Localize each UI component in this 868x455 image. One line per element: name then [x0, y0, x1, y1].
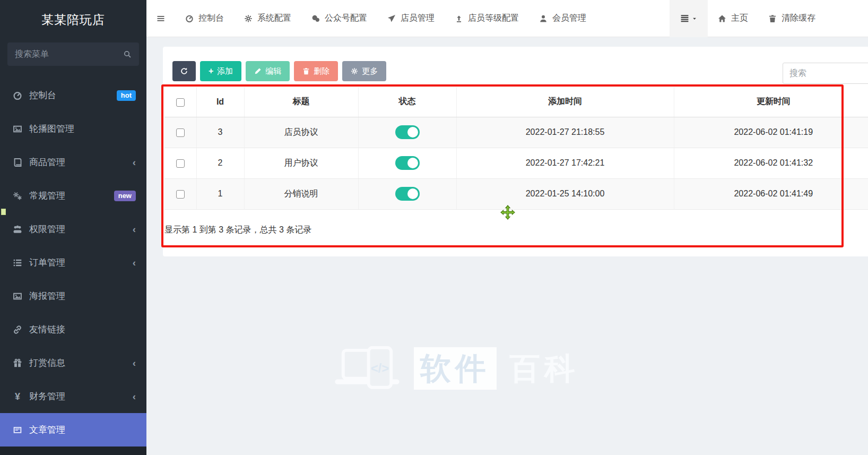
add-button[interactable]: + 添加: [200, 61, 241, 81]
id-cell: 3: [196, 117, 244, 148]
edit-button-label: 编辑: [265, 66, 281, 76]
list-dropdown-button[interactable]: [670, 0, 708, 37]
goods-icon: [12, 158, 23, 167]
orders-icon: [12, 258, 23, 268]
search-icon: [123, 50, 132, 58]
sidebar-item-orders[interactable]: 订单管理‹: [0, 246, 146, 279]
row-checkbox[interactable]: [176, 128, 185, 137]
sidebar-item-users[interactable]: 权限管理‹: [0, 212, 146, 246]
column-header: Id: [196, 87, 244, 117]
edit-button[interactable]: 编辑: [246, 61, 290, 81]
chevron-left-icon: ‹: [133, 358, 136, 368]
link-icon: [12, 325, 23, 334]
column-header: 标题: [244, 87, 358, 117]
sidebar-badge-hot: hot: [117, 90, 136, 101]
title-cell: 用户协议: [244, 148, 358, 178]
refresh-button[interactable]: [172, 61, 196, 81]
sidebar-badge-new: new: [114, 191, 136, 201]
watermark-text-2: 百科: [509, 350, 579, 387]
home-icon: [718, 14, 726, 23]
status-toggle[interactable]: [395, 187, 420, 201]
table-toolbar: + 添加 编辑 删除 更多: [172, 61, 386, 81]
sidebar-item-goods[interactable]: 商品管理‹: [0, 145, 146, 179]
sidebar-item-label: 权限管理: [29, 223, 65, 235]
chevron-left-icon: ‹: [133, 257, 136, 268]
sidebar: 某某陪玩店 搜索菜单 控制台hot轮播图管理商品管理‹常规管理new权限管理‹订…: [0, 0, 146, 455]
green-artifact-square: [1, 209, 6, 215]
plus-icon: +: [209, 66, 213, 76]
nav-item-gear[interactable]: 系统配置: [234, 0, 301, 37]
watermark-text-1: 软件: [414, 347, 497, 390]
article-icon: [12, 425, 23, 435]
pencil-icon: [254, 67, 262, 75]
navbar-menu: 控制台系统配置公众号配置店员管理店员等级配置会员管理: [175, 0, 596, 37]
list-menu-icon: [680, 14, 689, 23]
table-row: 1分销说明2022-01-25 14:10:002022-06-02 01:41…: [164, 178, 868, 209]
sidebar-item-poster[interactable]: 海报管理: [0, 279, 146, 313]
sidebar-search-placeholder: 搜索菜单: [15, 49, 123, 60]
delete-button[interactable]: 删除: [294, 61, 338, 81]
nav-item-clear-cache[interactable]: 清除缓存: [758, 0, 826, 37]
sidebar-toggle-button[interactable]: [146, 0, 175, 37]
nav-item-wechat[interactable]: 公众号配置: [301, 0, 377, 37]
sidebar-item-label: 控制台: [29, 89, 56, 101]
nav-item-dashboard[interactable]: 控制台: [175, 0, 234, 37]
row-checkbox[interactable]: [176, 159, 185, 168]
table-header: Id标题状态添加时间更新时间: [164, 87, 868, 117]
sidebar-item-gift[interactable]: 打赏信息‹: [0, 346, 146, 380]
status-cell: [358, 178, 456, 209]
checkbox-cell: [164, 178, 196, 209]
nav-item-label: 主页: [731, 13, 748, 24]
refresh-icon: [180, 67, 188, 75]
nav-item-label: 会员管理: [552, 13, 586, 24]
user-icon: [539, 14, 548, 23]
select-all-checkbox[interactable]: [176, 98, 185, 107]
trash-icon: [302, 67, 310, 75]
brand-title: 某某陪玩店: [0, 0, 146, 38]
sidebar-item-carousel[interactable]: 轮播图管理: [0, 112, 146, 145]
updated-cell: 2022-06-02 01:41:32: [674, 148, 868, 178]
level-up-icon: [455, 14, 463, 23]
status-toggle[interactable]: [395, 156, 420, 170]
sidebar-item-label: 文章管理: [29, 424, 65, 436]
watermark: </> 软件 百科: [333, 346, 579, 391]
table-search-input[interactable]: [783, 63, 868, 84]
title-cell: 分销说明: [244, 178, 358, 209]
svg-text:</>: </>: [371, 361, 389, 375]
created-cell: 2022-01-27 21:18:55: [456, 117, 674, 148]
nav-item-home[interactable]: 主页: [708, 0, 758, 37]
more-button-label: 更多: [362, 66, 378, 76]
sidebar-item-label: 商品管理: [29, 156, 65, 168]
column-header: 状态: [358, 87, 456, 117]
sidebar-item-link[interactable]: 友情链接: [0, 313, 146, 346]
sidebar-item-article[interactable]: 文章管理: [0, 413, 146, 447]
table-row: 3店员协议2022-01-27 21:18:552022-06-02 01:41…: [164, 117, 868, 148]
dashboard-icon: [185, 14, 194, 23]
nav-item-label: 控制台: [198, 13, 224, 24]
status-toggle[interactable]: [395, 125, 420, 139]
nav-item-level-up[interactable]: 店员等级配置: [445, 0, 529, 37]
column-header: 更新时间: [674, 87, 868, 117]
sidebar-item-dashboard[interactable]: 控制台hot: [0, 79, 146, 112]
row-checkbox[interactable]: [176, 190, 185, 199]
sidebar-item-yen[interactable]: ¥财务管理‹: [0, 380, 146, 413]
nav-item-label: 系统配置: [257, 13, 291, 24]
dashboard-icon: [12, 91, 23, 100]
sidebar-item-label: 打赏信息: [29, 357, 65, 369]
chevron-left-icon: ‹: [133, 391, 136, 401]
nav-item-user[interactable]: 会员管理: [529, 0, 596, 37]
more-button[interactable]: 更多: [342, 61, 386, 81]
yen-icon: ¥: [12, 392, 23, 401]
nav-item-send[interactable]: 店员管理: [377, 0, 445, 37]
created-cell: 2022-01-25 14:10:00: [456, 178, 674, 209]
created-cell: 2022-01-27 17:42:21: [456, 148, 674, 178]
table-row: 2用户协议2022-01-27 17:42:212022-06-02 01:41…: [164, 148, 868, 178]
caret-down-icon: [692, 16, 697, 21]
sidebar-item-label: 友情链接: [29, 323, 65, 336]
sidebar-search-input[interactable]: 搜索菜单: [7, 42, 139, 66]
users-icon: [12, 225, 23, 234]
sidebar-item-gears[interactable]: 常规管理new: [0, 179, 146, 212]
nav-item-label: 清除缓存: [782, 13, 815, 24]
gears-icon: [12, 191, 23, 201]
sidebar-item-label: 订单管理: [29, 256, 65, 269]
